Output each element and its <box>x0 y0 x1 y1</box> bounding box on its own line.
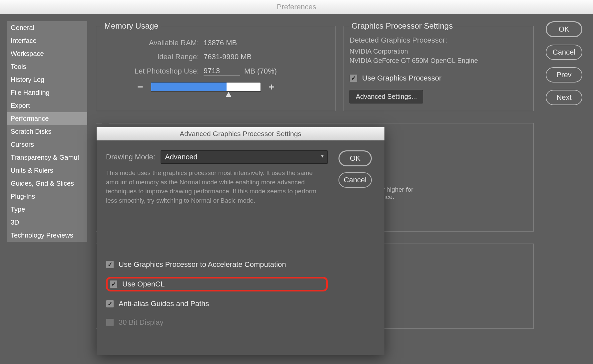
opencl-label: Use OpenCL <box>122 280 165 288</box>
ok-button[interactable]: OK <box>546 21 582 37</box>
let-use-label: Let Photoshop Use: <box>102 67 199 76</box>
sidebar-item-scratch-disks[interactable]: Scratch Disks <box>7 125 87 138</box>
available-ram-label: Available RAM: <box>102 39 199 47</box>
history-panel-title <box>102 118 109 128</box>
sidebar-item-transparency[interactable]: Transparency & Gamut <box>7 151 87 164</box>
memory-slider-decrease[interactable]: − <box>136 82 145 91</box>
sidebar-item-general[interactable]: General <box>7 21 87 34</box>
sidebar-item-tech-previews[interactable]: Technology Previews <box>7 229 87 242</box>
drawing-mode-select[interactable]: Advanced <box>161 150 328 164</box>
sidebar-item-file-handling[interactable]: File Handling <box>7 86 87 99</box>
sidebar-item-workspace[interactable]: Workspace <box>7 47 87 60</box>
gpu-settings-panel: Graphics Processor Settings Detected Gra… <box>343 21 534 111</box>
ideal-range-label: Ideal Range: <box>102 53 199 61</box>
sidebar-item-units[interactable]: Units & Rulers <box>7 164 87 177</box>
30bit-checkbox <box>106 318 114 326</box>
drawing-mode-label: Drawing Mode: <box>106 153 155 161</box>
sidebar-item-export[interactable]: Export <box>7 99 87 112</box>
memory-usage-panel: Memory Usage Available RAM: 13876 MB Ide… <box>96 21 336 111</box>
sidebar-item-3d[interactable]: 3D <box>7 216 87 229</box>
accelerate-label: Use Graphics Processor to Accelerate Com… <box>119 260 286 269</box>
let-use-suffix: MB (70%) <box>244 67 277 76</box>
opencl-highlight: Use OpenCL <box>106 277 328 291</box>
sidebar-item-interface[interactable]: Interface <box>7 34 87 47</box>
drawing-mode-description: This mode uses the graphics processor mo… <box>106 168 328 205</box>
detected-gpu-line2: NVIDIA GeForce GT 650M OpenGL Engine <box>349 56 527 65</box>
sidebar-item-tools[interactable]: Tools <box>7 60 87 73</box>
prev-button[interactable]: Prev <box>546 67 582 83</box>
gpu-panel-title: Graphics Processor Settings <box>349 21 455 31</box>
window-title: Preferences <box>0 0 593 14</box>
use-gpu-label: Use Graphics Processor <box>362 74 441 83</box>
sidebar: General Interface Workspace Tools Histor… <box>7 21 87 242</box>
available-ram-value: 13876 MB <box>204 39 237 47</box>
sidebar-item-performance[interactable]: Performance <box>7 112 87 125</box>
memory-panel-title: Memory Usage <box>102 21 161 31</box>
opencl-checkbox[interactable] <box>110 280 118 288</box>
sidebar-item-type[interactable]: Type <box>7 203 87 216</box>
memory-slider[interactable] <box>151 82 261 91</box>
sidebar-item-cursors[interactable]: Cursors <box>7 138 87 151</box>
antialias-checkbox[interactable] <box>106 300 114 308</box>
advanced-settings-button[interactable]: Advanced Settings... <box>349 90 423 103</box>
memory-slider-fill <box>151 83 227 91</box>
modal-ok-button[interactable]: OK <box>338 150 372 166</box>
next-button[interactable]: Next <box>546 90 582 105</box>
cancel-button[interactable]: Cancel <box>546 45 582 60</box>
memory-slider-thumb[interactable] <box>226 92 232 97</box>
use-gpu-checkbox[interactable] <box>349 74 357 82</box>
detected-gpu-line1: NVIDIA Corporation <box>349 47 527 56</box>
sidebar-item-history-log[interactable]: History Log <box>7 73 87 86</box>
advanced-gpu-modal: Advanced Graphics Processor Settings Dra… <box>97 127 384 355</box>
30bit-label: 30 Bit Display <box>119 318 164 327</box>
sidebar-item-plugins[interactable]: Plug-Ins <box>7 190 87 203</box>
ideal-range-value: 7631-9990 MB <box>204 53 252 61</box>
accelerate-checkbox[interactable] <box>106 261 114 269</box>
modal-cancel-button[interactable]: Cancel <box>338 172 372 188</box>
modal-title: Advanced Graphics Processor Settings <box>97 127 384 140</box>
let-use-input[interactable] <box>204 67 240 76</box>
sidebar-item-guides[interactable]: Guides, Grid & Slices <box>7 177 87 190</box>
memory-slider-increase[interactable]: + <box>267 82 276 91</box>
antialias-label: Anti-alias Guides and Paths <box>119 299 209 308</box>
detected-gpu-label: Detected Graphics Processor: <box>349 36 527 45</box>
